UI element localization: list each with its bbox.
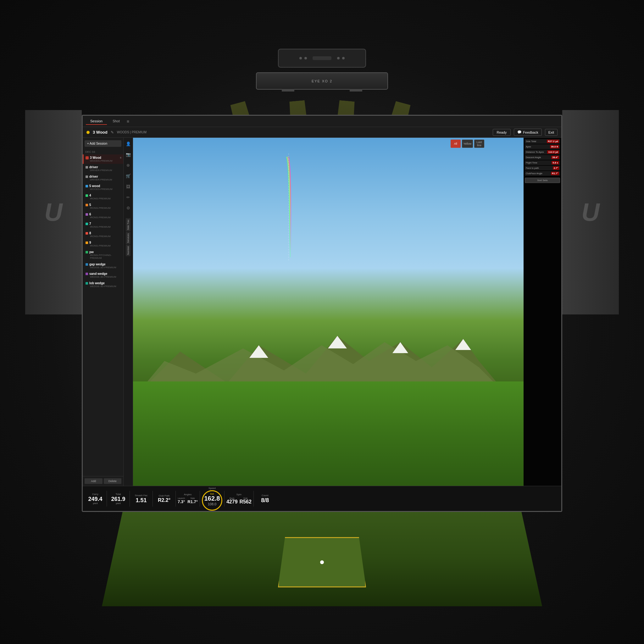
club-item-8iron[interactable]: 8 IRONS-PREMIUM <box>83 230 123 239</box>
club-item-4iron[interactable]: 4 IRONS-PREMIUM <box>83 192 123 202</box>
stat-label-clubface: ClubFace Angle <box>526 172 542 175</box>
stat-card-smash: Smash Fac 1.51 <box>132 494 151 503</box>
club-item-gapwedge[interactable]: gap wedge WEDGE-3D-PREMIUM <box>83 261 123 270</box>
stat-value-sidetotal: R27.2 yd <box>547 140 559 143</box>
exit-button[interactable]: Exit <box>545 129 558 136</box>
club-color-8iron <box>86 232 88 235</box>
club-color-pw <box>86 251 88 253</box>
settings-icon[interactable]: ⚙ <box>125 204 132 211</box>
golf-view: All Yellow Last line <box>133 138 524 486</box>
club-color-6iron <box>86 213 88 216</box>
tab-session[interactable]: Session <box>86 118 107 125</box>
side-tab-sidetrace[interactable]: Side Trac <box>126 218 130 231</box>
side-angle-item: Side R1.7° <box>187 497 198 504</box>
club-item-driver1[interactable]: driver DRIVER-PREMIUM <box>83 164 123 173</box>
side-tab-number[interactable]: Number <box>126 245 130 256</box>
stat-row-disttoapex: Distance To Apex 112.0 yd <box>525 150 560 154</box>
sidebar-bottom-actions: Add Delete <box>83 476 123 486</box>
club-item-6iron[interactable]: 6 IRONS-PREMIUM <box>83 211 123 220</box>
delete-button[interactable]: Delete <box>104 478 122 484</box>
session-date: DEC 04 <box>83 149 123 154</box>
club-item-7iron[interactable]: 7 IRONS-PREMIUM <box>83 220 123 230</box>
clubpath-label: Club Path <box>158 494 169 497</box>
sidespin-item: Side R562 <box>240 497 252 504</box>
photo-icon[interactable]: 🖼 <box>125 183 132 190</box>
club-item-9iron[interactable]: 9 IRONS-PREMIUM <box>83 239 123 249</box>
club-item-5iron[interactable]: 5 IRONS-PREMIUM <box>83 202 123 211</box>
room-wall-left: U <box>25 110 82 314</box>
club-item-name-9iron: 9 <box>89 241 91 244</box>
side-icons-panel: 👤 📷 ⊕ 🛒 🖼 ✏ ⚙ Side Trac Services Number <box>124 138 133 486</box>
club-item-3wood[interactable]: 3 Wood WOODS-PREMIUM 8 <box>83 154 123 164</box>
stat-value-facetopath: 2.7° <box>553 166 559 170</box>
divider-1 <box>107 491 107 507</box>
speed-label: Speed <box>208 487 216 490</box>
club-color-driver2 <box>86 175 88 178</box>
count-value: 8/8 <box>261 497 269 503</box>
carry-label: Carry <box>92 493 98 496</box>
divider-5 <box>200 491 200 507</box>
launch-label: Launch <box>178 497 185 499</box>
cart-icon[interactable]: 🛒 <box>125 172 132 179</box>
projector-area: EYE XO 2 <box>256 49 388 90</box>
tab-shot[interactable]: Shot <box>108 118 124 125</box>
filter-last-button[interactable]: Last line <box>474 140 484 148</box>
club-item-name-driver2: driver <box>89 175 98 178</box>
sort-sets-button[interactable]: Sort Sets <box>525 178 560 183</box>
filter-buttons-overlay: All Yellow Last line <box>451 140 484 148</box>
club-item-name-8iron: 8 <box>89 231 91 235</box>
edit-icon[interactable]: ✎ <box>111 130 114 135</box>
hamburger-menu[interactable]: ≡ <box>127 119 129 124</box>
ball-speed-value: 162.8 <box>204 495 220 502</box>
stat-row-clubface: ClubFace Angle R1.7° <box>525 171 560 176</box>
room-wall-right: U <box>562 110 619 314</box>
stat-row-descent: Descent Angle 39.4° <box>525 155 560 160</box>
club-item-sandwedge[interactable]: sand wedge WEDGE-3D-PREMIUM <box>83 270 123 280</box>
sidespin-value: R562 <box>240 499 252 504</box>
divider-4 <box>175 491 176 507</box>
divider-6 <box>224 491 225 507</box>
add-session-button[interactable]: + Add Session <box>85 140 121 147</box>
ready-button[interactable]: Ready <box>493 129 511 136</box>
outer-background: U U EYE XO 2 <box>0 0 644 644</box>
side-tab-services[interactable]: Services <box>126 232 130 244</box>
club-item-driver2[interactable]: driver DRIVER-PREMIUM <box>83 173 123 183</box>
club-item-name-6iron: 6 <box>89 213 91 216</box>
club-item-name-driver1: driver <box>89 165 98 169</box>
add-button[interactable]: Add <box>85 478 103 484</box>
stat-value-descent: 39.4° <box>551 156 559 159</box>
filter-all-button[interactable]: All <box>451 140 461 148</box>
target-icon[interactable]: ⊕ <box>125 162 132 169</box>
projector-eye-label: EYE XO 2 <box>312 79 332 83</box>
club-color-4iron <box>86 194 88 197</box>
club-item-name-gapwedge: gap wedge <box>89 263 106 266</box>
club-item-lobwedge[interactable]: lob wedge WEDGE-3D-PREMIUM <box>83 280 123 289</box>
projector-top-unit <box>278 49 366 68</box>
club-item-5wood[interactable]: 5 wood WOODS-PREMIUM <box>83 183 123 192</box>
side-angle-value: R1.7° <box>187 499 198 504</box>
club-checkbox-3wood <box>86 156 89 159</box>
angles-label: Angles <box>184 493 192 496</box>
sidebar: + Add Session DEC 04 3 Wood WOODS-PREMIU… <box>83 138 124 486</box>
club-item-pw[interactable]: pw IRONS-PITCHING-PREMIUM <box>83 249 123 261</box>
camera-icon[interactable]: 📷 <box>125 151 132 158</box>
club-item-name-lobwedge: lob wedge <box>89 281 105 285</box>
stat-label-disttoapex: Distance To Apex <box>526 151 544 153</box>
stat-label-apex: Apex <box>526 145 531 148</box>
backspin-item: Back 4279 <box>226 497 238 504</box>
launch-angle-item: Launch 7.3° <box>178 497 185 504</box>
total-label: Total <box>116 493 121 496</box>
club-color-5iron <box>86 204 88 206</box>
feedback-button[interactable]: 💬 Feedback <box>514 129 541 136</box>
club-name-title: 3 Wood <box>93 130 108 135</box>
projector-dot-2 <box>304 57 307 59</box>
avatar-icon[interactable]: 👤 <box>125 140 132 147</box>
stat-label-sidetotal: Side Total <box>526 140 536 143</box>
backspin-value: 4279 <box>226 499 238 504</box>
edit2-icon[interactable]: ✏ <box>125 194 132 201</box>
club-speed-value: 108.0 <box>208 502 217 506</box>
filter-yellow-button[interactable]: Yellow <box>462 140 473 148</box>
tee-mat <box>278 537 366 587</box>
launch-value: 7.3° <box>178 499 185 504</box>
spin-label: Spin <box>236 493 241 496</box>
